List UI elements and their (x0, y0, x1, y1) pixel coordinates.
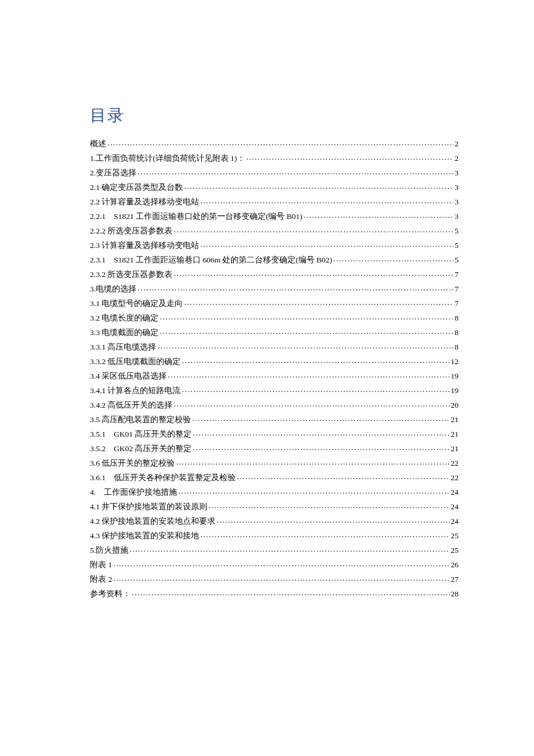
toc-dots (184, 299, 453, 306)
toc-item[interactable]: 附表 227 (90, 575, 459, 584)
toc-page: 22 (451, 474, 459, 482)
toc-label: 2.变压器选择 (90, 169, 136, 177)
toc-dots (113, 575, 449, 582)
toc-label: 3.4.2 高低压开关的选择 (90, 401, 172, 409)
toc-item[interactable]: 3.5.1 GK01 高压开关的整定21 (90, 430, 459, 438)
toc-item[interactable]: 4. 工作面保护接地措施24 (90, 488, 459, 496)
toc-item[interactable]: 参考资料：28 (90, 589, 459, 598)
toc-item[interactable]: 4.2 保护接地装置的安装地点和要求24 (90, 517, 459, 525)
toc-dots (174, 401, 449, 408)
toc-item[interactable]: 3.3.1 高压电缆选择8 (90, 343, 459, 351)
toc-dots (138, 285, 453, 291)
toc-page: 26 (451, 561, 459, 569)
toc-item[interactable]: 2.3.1 S1821 工作面距运输巷口 606m 处的第二台移变确定(编号 B… (90, 255, 459, 264)
toc-item[interactable]: 3.4 采区低压电器选择19 (90, 372, 459, 380)
toc-label: 2.2.2 所选变压器参数表 (90, 227, 172, 235)
toc-page: 24 (451, 517, 459, 525)
toc-label: 3.4 采区低压电器选择 (90, 372, 167, 380)
toc-page: 3 (454, 198, 459, 206)
toc-dots (237, 473, 450, 480)
toc-page: 7 (454, 300, 459, 308)
toc-label: 3.6 低压开关的整定校验 (90, 459, 175, 467)
toc-item[interactable]: 3.5 高压配电装置的整定校验21 (90, 415, 459, 424)
toc-label: 3.3.1 高压电缆选择 (90, 343, 156, 351)
toc-page: 5 (454, 256, 459, 264)
toc-item[interactable]: 3.4.2 高低压开关的选择20 (90, 401, 459, 409)
toc-item[interactable]: 4.3 保护接地装置的安装和接地25 (90, 531, 459, 540)
toc-label: 概述 (90, 140, 106, 148)
toc-item[interactable]: 3.3.2 低压电缆截面的确定12 (90, 357, 459, 366)
toc-item[interactable]: 3.6.1 低压开关各种保护装置整定及检验22 (90, 473, 459, 482)
toc-dots (193, 430, 449, 437)
toc-item[interactable]: 3.1 电缆型号的确定及走向7 (90, 299, 459, 308)
toc-page: 21 (451, 430, 459, 438)
toc-label: 2.1 确定变压器类型及台数 (90, 183, 183, 192)
toc-label: 附表 2 (90, 575, 112, 584)
toc-label: 3.5.2 GK02 高压开关的整定 (90, 445, 192, 453)
toc-dots (129, 546, 449, 553)
toc-title: 目录 (90, 105, 459, 127)
toc-dots (246, 154, 453, 161)
toc-item[interactable]: 3.6 低压开关的整定校验22 (90, 459, 459, 467)
toc-dots (304, 212, 453, 219)
toc-item[interactable]: 2.2.2 所选变压器参数表5 (90, 226, 459, 235)
toc-page: 28 (451, 590, 459, 598)
toc-dots (200, 241, 453, 248)
toc-page: 22 (451, 459, 459, 467)
toc-item[interactable]: 3.5.2 GK02 高压开关的整定21 (90, 444, 459, 453)
toc-label: 2.3.1 S1821 工作面距运输巷口 606m 处的第二台移变确定(编号 B… (90, 256, 332, 264)
toc-dots (184, 183, 453, 190)
toc-item[interactable]: 2.2 计算容量及选择移动变电站3 (90, 197, 459, 206)
toc-label: 附表 1 (90, 561, 112, 569)
toc-page: 5 (454, 227, 459, 235)
toc-dots (176, 459, 449, 466)
toc-item[interactable]: 4.1 井下保护接地装置的装设原则24 (90, 502, 459, 511)
toc-item[interactable]: 2.变压器选择3 (90, 168, 459, 177)
toc-item[interactable]: 2.3 计算容量及选择移动变电站5 (90, 241, 459, 250)
toc-dots (217, 517, 449, 524)
toc-dots (174, 270, 453, 277)
toc-dots (138, 168, 453, 175)
toc-dots (193, 444, 449, 451)
toc-page: 8 (454, 343, 459, 351)
toc-page: 25 (451, 546, 459, 555)
toc-page: 24 (451, 488, 459, 496)
toc-page: 24 (451, 503, 459, 511)
toc-label: 1.工作面负荷统计(详细负荷统计见附表 1)： (90, 154, 245, 163)
toc-label: 2.3 计算容量及选择移动变电站 (90, 242, 199, 250)
toc-item[interactable]: 概述2 (90, 139, 459, 148)
toc-dots (174, 226, 453, 233)
toc-item[interactable]: 3.4.1 计算各点的短路电流19 (90, 386, 459, 395)
toc-page: 8 (454, 314, 459, 322)
toc-label: 3.6.1 低压开关各种保护装置整定及检验 (90, 474, 236, 482)
toc-dots (333, 255, 453, 262)
toc-item[interactable]: 2.1 确定变压器类型及台数3 (90, 183, 459, 192)
toc-dots (113, 560, 449, 567)
toc-item[interactable]: 1.工作面负荷统计(详细负荷统计见附表 1)：2 (90, 154, 459, 163)
toc-label: 2.2.1 S1821 工作面运输巷口处的第一台移变确定(编号 B01) (90, 213, 302, 221)
toc-page: 3 (454, 213, 459, 221)
toc-dots (107, 139, 453, 146)
toc-item[interactable]: 2.2.1 S1821 工作面运输巷口处的第一台移变确定(编号 B01)3 (90, 212, 459, 221)
toc-item[interactable]: 3.2 电缆长度的确定8 (90, 314, 459, 322)
toc-item[interactable]: 2.3.2 所选变压器参数表7 (90, 270, 459, 279)
toc-page: 7 (454, 271, 459, 279)
toc-label: 3.4.1 计算各点的短路电流 (90, 387, 181, 395)
toc-item[interactable]: 3.3 电缆截面的确定8 (90, 328, 459, 337)
toc-dots (182, 357, 449, 364)
toc-label: 参考资料： (90, 590, 131, 598)
toc-page: 12 (451, 358, 459, 366)
toc-dots (200, 531, 449, 538)
toc-label: 4.3 保护接地装置的安装和接地 (90, 532, 199, 540)
toc-item[interactable]: 3.电缆的选择7 (90, 285, 459, 293)
toc-list: 概述2 1.工作面负荷统计(详细负荷统计见附表 1)：2 2.变压器选择3 2.… (90, 139, 459, 598)
toc-dots (178, 488, 449, 495)
toc-page: 21 (451, 445, 459, 453)
toc-page: 19 (451, 372, 459, 380)
toc-label: 5.防火措施 (90, 546, 128, 555)
toc-item[interactable]: 附表 126 (90, 560, 459, 569)
toc-page: 3 (454, 169, 459, 177)
toc-dots (192, 415, 449, 422)
toc-item[interactable]: 5.防火措施25 (90, 546, 459, 555)
toc-page: 8 (454, 329, 459, 337)
